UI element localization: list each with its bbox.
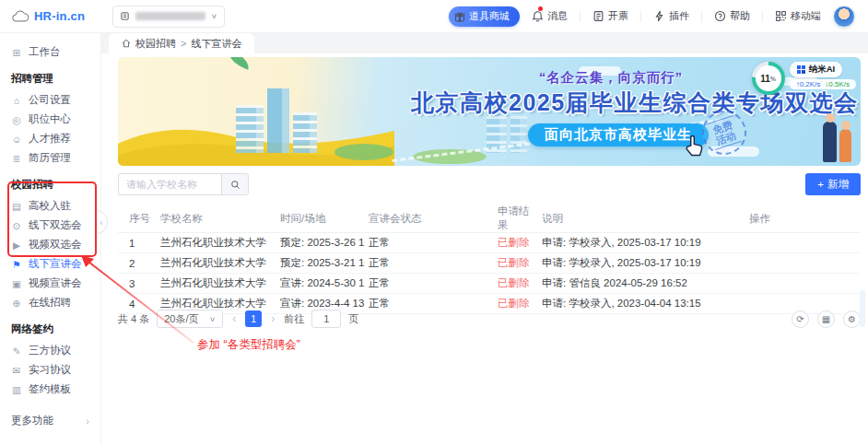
breadcrumb-section[interactable]: 校园招聘 <box>135 37 176 51</box>
gift-icon <box>454 11 465 22</box>
table-row[interactable]: 2 兰州石化职业技术大学 预定: 2025-3-21 10:00 正常 已删除 … <box>118 253 861 274</box>
cloud-logo-icon <box>11 10 29 23</box>
network-speeds: ↑0.2K/s ↓0.5K/s <box>790 79 856 89</box>
sidebar-item-online-recruit[interactable]: ⊕ 在线招聘 <box>0 293 100 312</box>
mall-button[interactable]: 道具商城 <box>449 6 520 27</box>
building-illustration <box>510 116 527 153</box>
column-settings-button[interactable]: ▦ <box>817 310 835 328</box>
sidebar-item-label: 线下宣讲会 <box>29 257 82 271</box>
mobile-button[interactable]: 移动端 <box>775 9 821 23</box>
resume-manage-icon: ≣ <box>11 153 22 164</box>
help-label: 帮助 <box>730 9 750 23</box>
sidebar-item-position-center[interactable]: ◎ 职位中心 <box>0 110 100 129</box>
table-row[interactable]: 1 兰州石化职业技术大学 预定: 2025-3-26 16:30 正常 已删除 … <box>118 233 861 253</box>
sidebar-item-talent-recommend[interactable]: ☺ 人才推荐 <box>0 129 100 148</box>
top-bar: HR-in.cn ∨ 道具商城 <box>0 0 868 33</box>
sidebar-item-school-entry[interactable]: ▤ 高校入驻 <box>0 196 100 216</box>
cell-operations <box>745 253 861 274</box>
settings-button[interactable]: ⚙ <box>843 310 861 328</box>
position-center-icon: ◎ <box>11 114 22 125</box>
cell-school: 兰州石化职业技术大学 <box>157 274 276 294</box>
logo-text: HR-in.cn <box>34 9 85 23</box>
add-button[interactable]: + 新增 <box>805 173 861 195</box>
sidebar-item-offline-talk-active[interactable]: ⚑ 线下宣讲会 <box>0 254 100 274</box>
breadcrumb-current: 线下宣讲会 <box>191 37 241 51</box>
job-fair-banner[interactable]: “名企云集，向京而行” 北京高校2025届毕业生综合类专场双选会 面向北京市高校… <box>118 57 861 166</box>
invoice-label: 开票 <box>608 9 628 23</box>
mobile-label: 移动端 <box>791 9 821 23</box>
prev-page-button[interactable]: ‹ <box>230 312 238 325</box>
sidebar-item-video-dual-fair[interactable]: ▶ 视频双选会 <box>0 235 100 254</box>
sidebar: ⊞ 工作台 招聘管理 ⌂ 公司设置 ◎ 职位中心 ☺ 人才推荐 ≣ 简历管理 校… <box>0 33 101 445</box>
col-operations: 操作 <box>745 205 861 233</box>
bell-icon <box>532 10 544 22</box>
sidebar-item-label: 线下双选会 <box>29 218 82 232</box>
goto-label: 前往 <box>284 312 304 326</box>
usage-gauge: 11% <box>752 62 785 95</box>
banner-slogan: “名企云集，向京而行” <box>539 69 683 87</box>
cell-operations <box>745 274 861 294</box>
qr-code-icon <box>775 10 787 22</box>
table-row[interactable]: 3 兰州石化职业技术大学 宣讲: 2024-5-30 15:30 正常 已删除 … <box>118 274 861 294</box>
ai-assistant-widget[interactable]: 11% 纳米AI ↑0.2K/s ↓0.5K/s <box>752 62 856 95</box>
tri-agreement-icon: ✎ <box>11 345 22 357</box>
download-speed: ↓0.5K/s <box>825 80 850 88</box>
hand-cursor-icon <box>682 134 706 158</box>
refresh-button[interactable]: ⟳ <box>792 310 809 328</box>
plugin-button[interactable]: 插件 <box>653 9 689 23</box>
talent-recommend-icon: ☺ <box>11 134 22 145</box>
list-toolbar: + 新增 <box>118 173 861 195</box>
sidebar-section-online-sign: 网络签约 <box>0 312 100 341</box>
cell-desc: 申请: 管信良 2024-05-29 16:52 <box>538 274 745 294</box>
cell-status: 正常 <box>365 274 494 294</box>
goto-page-input[interactable] <box>311 310 341 328</box>
search-button[interactable] <box>221 173 249 195</box>
school-search-input[interactable] <box>118 173 221 195</box>
next-page-button[interactable]: › <box>269 312 276 325</box>
cell-desc: 申请: 学校录入, 2025-03-17 10:19 <box>538 233 745 253</box>
sidebar-item-company-settings[interactable]: ⌂ 公司设置 <box>0 90 100 110</box>
building-illustration <box>293 112 317 153</box>
divider <box>580 11 581 22</box>
cell-status: 正常 <box>365 253 494 274</box>
cell-result: 已删除 <box>494 274 538 294</box>
divider <box>762 11 763 22</box>
company-selector[interactable]: ∨ <box>112 6 225 28</box>
online-recruit-icon: ⊕ <box>11 298 22 309</box>
gauge-percent: 11 <box>760 74 770 84</box>
messages-button[interactable]: 消息 <box>532 9 568 23</box>
user-avatar[interactable] <box>833 6 855 28</box>
col-apply-result: 申请结果 <box>494 205 538 233</box>
notification-dot <box>538 6 543 11</box>
sidebar-item-video-talk[interactable]: ▣ 视频宣讲会 <box>0 274 100 293</box>
sidebar-item-workbench[interactable]: ⊞ 工作台 <box>0 42 100 62</box>
sidebar-item-tri-agreement[interactable]: ✎ 三方协议 <box>0 341 100 360</box>
sidebar-item-offline-dual-fair[interactable]: ⊙ 线下双选会 <box>0 216 100 235</box>
sign-template-icon: ▥ <box>11 384 22 395</box>
sidebar-item-label: 简历管理 <box>29 151 71 165</box>
sidebar-item-resume-manage[interactable]: ≣ 简历管理 <box>0 148 100 168</box>
cell-school: 兰州石化职业技术大学 <box>157 233 276 253</box>
page-size-select[interactable]: 20条/页 ∨ <box>157 310 223 328</box>
invoice-button[interactable]: 开票 <box>592 9 628 23</box>
sidebar-item-sign-template[interactable]: ▥ 签约模板 <box>0 380 100 399</box>
scrollbar[interactable] <box>860 290 865 327</box>
leaf-decoration <box>225 57 252 70</box>
sidebar-item-label: 高校入驻 <box>29 199 71 213</box>
goto-unit: 页 <box>348 312 358 326</box>
cell-desc: 申请: 学校录入, 2025-03-17 10:19 <box>538 253 745 274</box>
col-school-name: 学校名称 <box>157 205 276 233</box>
sidebar-item-intern-agreement[interactable]: ✉ 实习协议 <box>0 360 100 380</box>
col-time-venue: 时间/场地 <box>276 205 365 233</box>
search-icon <box>230 180 240 190</box>
sidebar-more-functions[interactable]: 更多功能 › <box>0 399 100 427</box>
col-session-status: 宣讲会状态 <box>365 205 494 233</box>
help-button[interactable]: 帮助 <box>714 9 750 23</box>
add-button-label: 新增 <box>827 178 849 192</box>
breadcrumb[interactable]: 校园招聘 > 线下宣讲会 <box>109 33 254 53</box>
sidebar-section-recruit-mgmt: 招聘管理 <box>0 62 100 90</box>
sidebar-item-label: 签约模板 <box>29 382 71 396</box>
page-number-1[interactable]: 1 <box>245 310 262 327</box>
divider <box>701 11 702 22</box>
cell-status: 正常 <box>365 233 494 253</box>
